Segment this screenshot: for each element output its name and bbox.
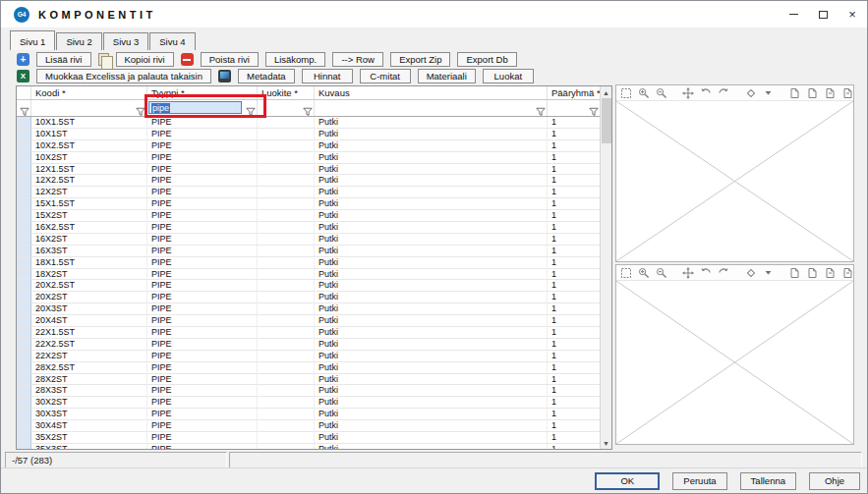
filter-koodi-funnel-icon[interactable] bbox=[136, 103, 145, 121]
row-indicator-cell[interactable] bbox=[17, 409, 31, 420]
cell-tyyppi[interactable]: PIPE bbox=[147, 187, 258, 198]
tab-sivu-4[interactable]: Sivu 4 bbox=[149, 32, 195, 50]
maximize-button[interactable] bbox=[808, 1, 838, 27]
copy-row-icon[interactable] bbox=[98, 53, 109, 66]
paste-image-icon-3[interactable] bbox=[824, 86, 836, 99]
cell-tyyppi[interactable]: PIPE bbox=[147, 280, 258, 292]
cell-koodi[interactable]: 28X2ST bbox=[31, 374, 147, 386]
cell-kuvaus[interactable]: Putki bbox=[315, 140, 548, 152]
cell-koodi[interactable]: 16X3ST bbox=[31, 246, 147, 257]
cell-luokite[interactable] bbox=[258, 420, 315, 432]
cell-koodi[interactable]: 15X2ST bbox=[31, 210, 147, 222]
cell-paaryhma[interactable]: 1 bbox=[548, 269, 600, 281]
table-row[interactable]: 18X1.5ST PIPE Putki 1 bbox=[17, 257, 600, 269]
cell-tyyppi[interactable]: PIPE bbox=[147, 315, 258, 327]
table-row[interactable]: 12X2ST PIPE Putki 1 bbox=[17, 187, 600, 198]
cell-luokite[interactable] bbox=[258, 198, 315, 210]
cell-luokite[interactable] bbox=[258, 187, 315, 198]
cell-tyyppi[interactable]: PIPE bbox=[147, 374, 258, 386]
cell-koodi[interactable]: 18X1.5ST bbox=[31, 257, 147, 269]
table-row[interactable]: 20X2ST PIPE Putki 1 bbox=[17, 292, 600, 303]
cell-paaryhma[interactable]: 1 bbox=[548, 292, 600, 303]
table-row[interactable]: 35X2ST PIPE Putki 1 bbox=[17, 432, 600, 444]
filter-koodi-cell[interactable] bbox=[31, 100, 147, 116]
cell-kuvaus[interactable]: Putki bbox=[315, 257, 548, 269]
cell-tyyppi[interactable]: PIPE bbox=[147, 246, 258, 257]
cell-kuvaus[interactable]: Putki bbox=[315, 327, 548, 339]
save-button[interactable]: Tallenna bbox=[740, 472, 796, 490]
filter-luokite-cell[interactable] bbox=[258, 100, 315, 116]
header-luokite[interactable]: Luokite * bbox=[258, 86, 315, 99]
cell-luokite[interactable] bbox=[258, 432, 315, 444]
cell-kuvaus[interactable]: Putki bbox=[315, 269, 548, 281]
cell-paaryhma[interactable]: 1 bbox=[548, 397, 600, 409]
cell-kuvaus[interactable]: Putki bbox=[315, 164, 548, 176]
cell-tyyppi[interactable]: PIPE bbox=[147, 175, 258, 187]
row-indicator-cell[interactable] bbox=[17, 210, 31, 222]
cell-koodi[interactable]: 16X2.5ST bbox=[31, 222, 147, 234]
cell-tyyppi[interactable]: PIPE bbox=[147, 362, 258, 374]
row-indicator-cell[interactable] bbox=[17, 397, 31, 409]
cell-koodi[interactable]: 10X2ST bbox=[31, 152, 147, 164]
zoom-out-icon[interactable] bbox=[656, 86, 667, 99]
zoom-in-icon[interactable] bbox=[638, 86, 650, 99]
metadata-button[interactable]: Metadata bbox=[238, 69, 295, 83]
row-indicator-cell[interactable] bbox=[17, 140, 31, 152]
c-measures-button[interactable]: C-mitat bbox=[360, 69, 411, 83]
cell-paaryhma[interactable]: 1 bbox=[548, 444, 600, 449]
cell-koodi[interactable]: 22X2.5ST bbox=[31, 339, 147, 351]
cell-tyyppi[interactable]: PIPE bbox=[147, 420, 258, 432]
zoom-in-icon[interactable] bbox=[638, 266, 650, 279]
cell-paaryhma[interactable]: 1 bbox=[548, 140, 600, 152]
table-row[interactable]: 10X2.5ST PIPE Putki 1 bbox=[17, 140, 600, 152]
cell-tyyppi[interactable]: PIPE bbox=[147, 140, 258, 152]
cell-tyyppi[interactable]: PIPE bbox=[147, 152, 258, 164]
close-button[interactable]: × bbox=[838, 1, 867, 27]
cell-koodi[interactable]: 22X1.5ST bbox=[31, 327, 147, 339]
cell-kuvaus[interactable]: Putki bbox=[315, 409, 548, 420]
cell-paaryhma[interactable]: 1 bbox=[548, 432, 600, 444]
cell-kuvaus[interactable]: Putki bbox=[315, 129, 548, 140]
table-row[interactable]: 10X1ST PIPE Putki 1 bbox=[17, 129, 600, 140]
cell-luokite[interactable] bbox=[258, 374, 315, 386]
filter-paaryhma-funnel-icon[interactable] bbox=[589, 103, 599, 121]
cell-koodi[interactable]: 28X3ST bbox=[31, 385, 147, 397]
row-indicator-cell[interactable] bbox=[17, 327, 31, 339]
filter-paaryhma-cell[interactable] bbox=[548, 100, 600, 116]
header-paaryhma[interactable]: Pääryhmä * bbox=[548, 86, 600, 99]
row-indicator-cell[interactable] bbox=[17, 175, 31, 187]
cell-tyyppi[interactable]: PIPE bbox=[147, 397, 258, 409]
rotate-left-icon[interactable] bbox=[700, 266, 712, 279]
cell-luokite[interactable] bbox=[258, 409, 315, 420]
cell-luokite[interactable] bbox=[258, 444, 315, 449]
tab-sivu-1[interactable]: Sivu 1 bbox=[10, 30, 55, 50]
table-row[interactable]: 20X3ST PIPE Putki 1 bbox=[17, 303, 600, 315]
cell-tyyppi[interactable]: PIPE bbox=[147, 327, 258, 339]
row-indicator-cell[interactable] bbox=[17, 339, 31, 351]
cell-paaryhma[interactable]: 1 bbox=[548, 409, 600, 420]
cell-koodi[interactable]: 12X2.5ST bbox=[31, 175, 147, 187]
header-tyyppi[interactable]: Tyyppi * bbox=[147, 86, 258, 99]
cell-luokite[interactable] bbox=[258, 129, 315, 140]
filter-tyyppi-funnel-icon[interactable] bbox=[246, 103, 256, 121]
cell-paaryhma[interactable]: 1 bbox=[548, 257, 600, 269]
table-row[interactable]: 12X1.5ST PIPE Putki 1 bbox=[17, 164, 600, 176]
cell-tyyppi[interactable]: PIPE bbox=[147, 222, 258, 234]
row-indicator-cell[interactable] bbox=[17, 280, 31, 292]
cell-koodi[interactable]: 22X2ST bbox=[31, 351, 147, 362]
cell-kuvaus[interactable]: Putki bbox=[315, 210, 548, 222]
cell-kuvaus[interactable]: Putki bbox=[315, 280, 548, 292]
cell-paaryhma[interactable]: 1 bbox=[548, 210, 600, 222]
table-row[interactable]: 20X4ST PIPE Putki 1 bbox=[17, 315, 600, 327]
cell-koodi[interactable]: 35X2ST bbox=[31, 432, 147, 444]
image-placeholder-bottom[interactable] bbox=[616, 281, 853, 444]
scroll-up-icon[interactable]: ▲ bbox=[601, 86, 612, 98]
cell-kuvaus[interactable]: Putki bbox=[315, 420, 548, 432]
row-indicator-cell[interactable] bbox=[17, 257, 31, 269]
grid-vertical-scrollbar[interactable]: ▲ ▼ bbox=[600, 86, 611, 449]
cell-koodi[interactable]: 30X2ST bbox=[31, 397, 147, 409]
table-row[interactable]: 28X2ST PIPE Putki 1 bbox=[17, 374, 600, 386]
filter-kuvaus-funnel-icon[interactable] bbox=[536, 103, 546, 121]
cell-paaryhma[interactable]: 1 bbox=[548, 246, 600, 257]
cell-kuvaus[interactable]: Putki bbox=[315, 315, 548, 327]
